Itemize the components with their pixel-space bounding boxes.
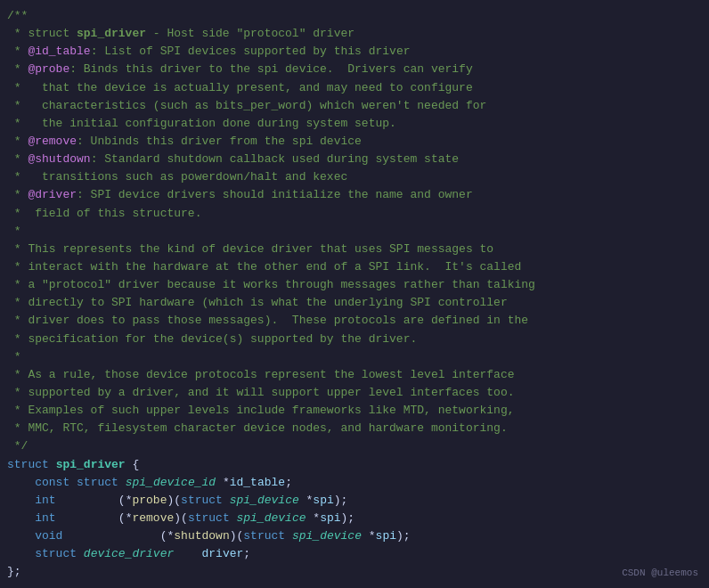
code-container: /** * struct spi_driver - Host side "pro… xyxy=(0,0,709,588)
code-block: /** * struct spi_driver - Host side "pro… xyxy=(7,7,698,582)
footer-attribution: CSDN @uleemos xyxy=(622,566,698,581)
